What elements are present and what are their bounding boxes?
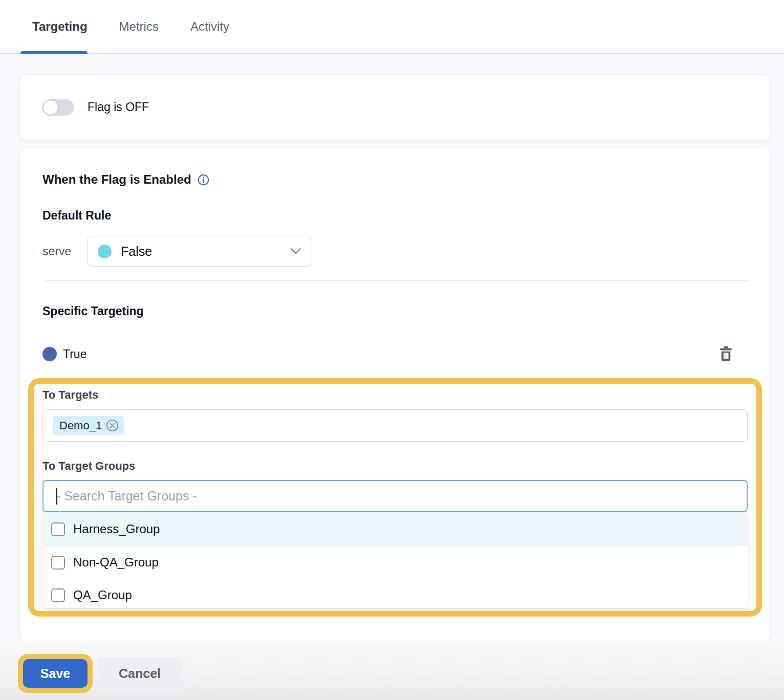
save-button[interactable]: Save — [23, 659, 88, 688]
to-targets-label: To Targets — [42, 387, 756, 403]
tab-targeting[interactable]: Targeting — [32, 0, 88, 53]
target-chip-label: Demo_1 — [59, 419, 102, 432]
flag-state-card: Flag is OFF — [20, 75, 770, 140]
target-groups-dropdown: Harness_Group Non-QA_Group QA_Group — [42, 512, 748, 608]
remove-target-icon[interactable] — [106, 419, 119, 432]
highlight-ring-targeting: To Targets Demo_1 To Target Groups Harne… — [28, 378, 762, 617]
highlight-ring-save: Save — [18, 654, 93, 693]
tab-activity[interactable]: Activity — [190, 0, 229, 53]
targeting-rules-card: When the Flag is Enabled Default Rule se… — [20, 148, 770, 641]
flag-toggle[interactable] — [42, 99, 74, 116]
section-divider — [42, 280, 748, 281]
default-variation-value: False — [121, 244, 290, 259]
serve-label: serve — [42, 245, 87, 258]
specific-targeting-heading: Specific Targeting — [42, 304, 748, 318]
checkbox-non-qa-group[interactable] — [51, 556, 65, 570]
true-variation-label: True — [63, 347, 718, 361]
action-footer: Save Cancel — [0, 641, 784, 700]
flag-toggle-knob — [42, 99, 59, 116]
to-target-groups-label: To Target Groups — [42, 458, 756, 474]
default-rule-heading: Default Rule — [42, 209, 748, 223]
target-chip-demo-1: Demo_1 — [53, 416, 124, 435]
tab-metrics[interactable]: Metrics — [119, 0, 159, 53]
tab-bar: Targeting Metrics Activity — [0, 0, 784, 54]
group-option-non-qa-group[interactable]: Non-QA_Group — [42, 546, 748, 579]
false-variation-dot — [98, 245, 112, 258]
targets-input[interactable]: Demo_1 — [42, 409, 748, 442]
group-option-harness-group[interactable]: Harness_Group — [42, 512, 748, 546]
checkbox-harness-group[interactable] — [51, 522, 65, 536]
tab-activity-label: Activity — [190, 19, 229, 34]
text-cursor — [56, 488, 57, 505]
group-option-label: Harness_Group — [73, 522, 160, 536]
checkbox-qa-group[interactable] — [51, 588, 65, 602]
tab-targeting-label: Targeting — [32, 19, 88, 34]
group-option-label: Non-QA_Group — [73, 555, 159, 570]
info-icon[interactable] — [198, 174, 209, 186]
delete-rule-button[interactable] — [718, 346, 733, 362]
trash-icon — [719, 346, 733, 361]
group-option-qa-group[interactable]: QA_Group — [42, 579, 748, 608]
default-variation-select[interactable]: False — [87, 236, 312, 267]
flag-state-label: Flag is OFF — [88, 100, 149, 114]
chevron-down-icon — [290, 248, 301, 255]
rules-card-title: When the Flag is Enabled — [42, 172, 191, 187]
group-option-label: QA_Group — [73, 588, 132, 602]
cancel-button[interactable]: Cancel — [98, 657, 182, 690]
tab-metrics-label: Metrics — [119, 19, 159, 34]
search-target-groups-input[interactable] — [42, 480, 748, 512]
true-variation-dot — [42, 347, 57, 361]
